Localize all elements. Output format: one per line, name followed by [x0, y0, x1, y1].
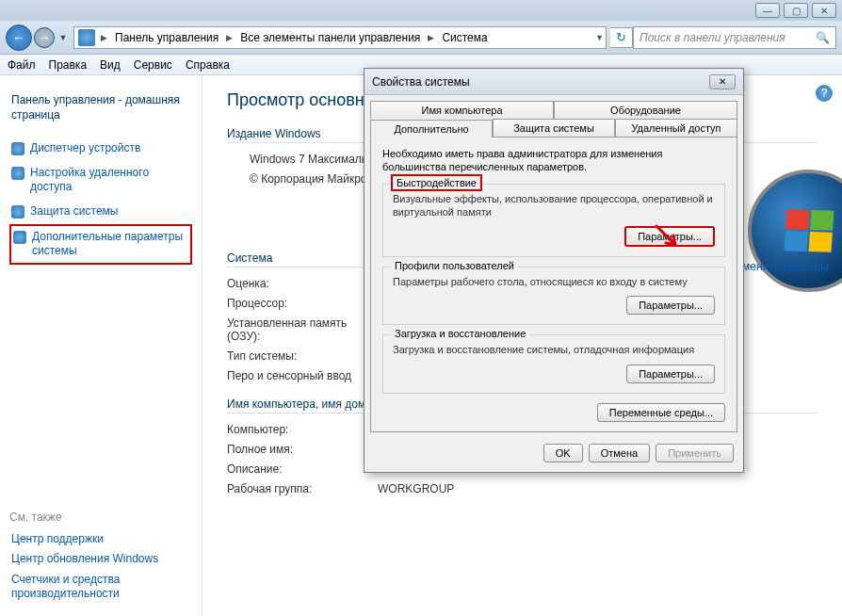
window-titlebar: — ▢ ✕ [0, 0, 842, 21]
group-desc-startup: Загрузка и восстановление системы, отлад… [393, 343, 715, 356]
sidebar-item-label: Центр поддержки [11, 532, 104, 547]
menu-edit[interactable]: Правка [49, 58, 88, 72]
sidebar-item-advanced[interactable]: Дополнительные параметры системы [9, 224, 192, 265]
back-button[interactable]: ← [6, 24, 32, 51]
tab-computer-name[interactable]: Имя компьютера [370, 101, 554, 119]
dialog-titlebar: Свойства системы ✕ [364, 69, 743, 95]
dialog-title: Свойства системы [372, 75, 470, 89]
menu-tools[interactable]: Сервис [134, 58, 172, 72]
see-also: См. также Центр поддержки Центр обновлен… [9, 511, 192, 605]
see-also-windows-update[interactable]: Центр обновления Windows [9, 549, 192, 570]
forward-button[interactable]: → [34, 27, 55, 48]
search-icon[interactable]: 🔍 [816, 31, 830, 44]
chevron-right-icon: ▶ [426, 33, 436, 42]
system-properties-dialog: Свойства системы ✕ Имя компьютера Оборуд… [364, 68, 744, 473]
search-placeholder: Поиск в панели управления [640, 31, 785, 44]
sidebar-item-label: Настройка удаленного доступа [30, 166, 190, 195]
search-input[interactable]: Поиск в панели управления 🔍 [633, 26, 836, 49]
edition-line: Windows 7 Максимальн [250, 153, 374, 166]
label-type: Тип системы: [227, 349, 378, 363]
sidebar-item-label: Защита системы [30, 204, 118, 219]
shield-icon [11, 205, 24, 219]
group-desc-performance: Визуальные эффекты, использование процес… [393, 192, 715, 219]
change-settings-link[interactable]: менить раметры [742, 260, 829, 275]
value-workgroup: WORKGROUP [378, 482, 454, 495]
label-workgroup: Рабочая группа: [227, 482, 378, 495]
see-also-perf-tools[interactable]: Счетчики и средства производительности [9, 570, 192, 605]
dialog-body: Необходимо иметь права администратора дл… [370, 137, 737, 432]
group-startup: Загрузка и восстановление Загрузка и вос… [382, 334, 725, 393]
menu-view[interactable]: Вид [100, 58, 121, 72]
crumb-system[interactable]: Система [436, 27, 493, 48]
sidebar-item-label: Счетчики и средства производительности [11, 573, 190, 602]
tab-remote[interactable]: Удаленный доступ [615, 119, 737, 137]
label-computer: Компьютер: [227, 423, 378, 436]
maximize-button[interactable]: ▢ [784, 3, 808, 18]
group-title-profiles: Профили пользователей [391, 260, 518, 271]
see-also-title: См. также [9, 511, 192, 524]
group-title-performance: Быстродействие [391, 174, 482, 191]
sidebar-item-label: Диспетчер устройств [30, 141, 140, 156]
profiles-settings-button[interactable]: Параметры... [626, 296, 715, 315]
address-bar: ← → ▼ ▶ Панель управления ▶ Все элементы… [0, 21, 842, 55]
label-fullname: Полное имя: [227, 443, 378, 456]
sidebar-item-label: Дополнительные параметры системы [32, 230, 188, 259]
performance-settings-button[interactable]: Параметры... [624, 226, 715, 247]
chevron-right-icon: ▶ [99, 33, 109, 42]
copyright-line: © Корпорация Майкрос [250, 172, 373, 186]
environment-variables-button[interactable]: Переменные среды... [597, 403, 725, 422]
control-panel-icon [78, 29, 95, 46]
dialog-footer: OK Отмена Применить [364, 438, 743, 472]
cancel-button[interactable]: Отмена [589, 444, 650, 462]
help-icon[interactable]: ? [816, 85, 833, 102]
sidebar-item-label: Центр обновления Windows [11, 552, 158, 567]
refresh-button[interactable]: ↻ [610, 27, 633, 48]
label-ram: Установленная память (ОЗУ): [227, 316, 378, 343]
see-also-action-center[interactable]: Центр поддержки [9, 529, 192, 550]
sidebar-item-device-manager[interactable]: Диспетчер устройств [9, 137, 192, 161]
ok-button[interactable]: OK [543, 444, 583, 462]
startup-settings-button[interactable]: Параметры... [626, 365, 715, 383]
menu-file[interactable]: Файл [8, 58, 36, 72]
shield-icon [11, 167, 24, 180]
crumb-all-items[interactable]: Все элементы панели управления [235, 27, 426, 48]
shield-icon [11, 142, 24, 155]
nav-history-dropdown[interactable]: ▼ [57, 31, 70, 44]
sidebar-item-protection[interactable]: Защита системы [9, 200, 192, 224]
close-button[interactable]: ✕ [812, 3, 836, 18]
group-title-startup: Загрузка и восстановление [391, 328, 529, 339]
dialog-close-button[interactable]: ✕ [709, 74, 736, 89]
shield-icon [13, 231, 26, 244]
group-profiles: Профили пользователей Параметры рабочего… [382, 267, 725, 325]
sidebar-home-label: Панель управления - домашняя страница [11, 93, 190, 122]
label-pen: Перо и сенсорный ввод [227, 369, 378, 382]
group-desc-profiles: Параметры рабочего стола, относящиеся ко… [393, 275, 715, 288]
minimize-button[interactable]: — [755, 3, 780, 18]
apply-button[interactable]: Применить [656, 444, 734, 462]
chevron-right-icon: ▶ [224, 33, 235, 42]
sidebar-home[interactable]: Панель управления - домашняя страница [9, 89, 192, 127]
tab-protection[interactable]: Защита системы [493, 119, 615, 137]
admin-note: Необходимо иметь права администратора дл… [382, 147, 725, 174]
tab-hardware[interactable]: Оборудование [554, 101, 737, 119]
crumb-control-panel[interactable]: Панель управления [109, 27, 224, 48]
group-performance: Быстродействие Визуальные эффекты, испол… [382, 184, 725, 258]
menu-help[interactable]: Справка [186, 58, 230, 72]
sidebar-item-remote[interactable]: Настройка удаленного доступа [9, 161, 192, 200]
label-cpu: Процессор: [227, 297, 378, 310]
label-rating: Оценка: [227, 277, 378, 290]
breadcrumb: ▶ Панель управления ▶ Все элементы панел… [73, 26, 607, 49]
tab-advanced[interactable]: Дополнительно [370, 120, 493, 138]
dialog-tabs: Имя компьютера Оборудование Дополнительн… [364, 95, 743, 137]
chevron-down-icon[interactable]: ▼ [593, 33, 606, 42]
sidebar: Панель управления - домашняя страница Ди… [0, 75, 202, 616]
label-description: Описание: [227, 462, 378, 476]
